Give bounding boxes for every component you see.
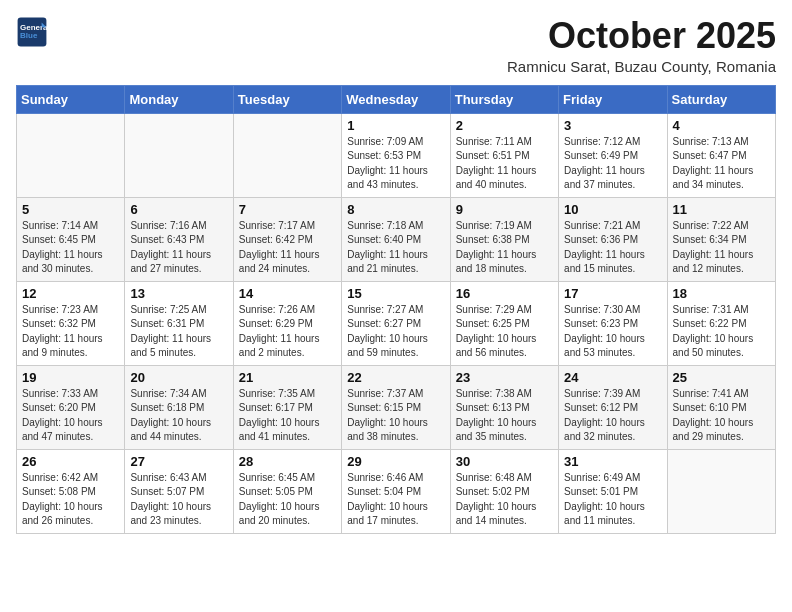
day-info: Sunrise: 7:37 AM Sunset: 6:15 PM Dayligh… xyxy=(347,387,444,445)
weekday-header-sunday: Sunday xyxy=(17,85,125,113)
day-info: Sunrise: 7:39 AM Sunset: 6:12 PM Dayligh… xyxy=(564,387,661,445)
day-number: 9 xyxy=(456,202,553,217)
day-info: Sunrise: 6:48 AM Sunset: 5:02 PM Dayligh… xyxy=(456,471,553,529)
calendar-table: SundayMondayTuesdayWednesdayThursdayFrid… xyxy=(16,85,776,534)
day-number: 6 xyxy=(130,202,227,217)
weekday-header-wednesday: Wednesday xyxy=(342,85,450,113)
weekday-header-monday: Monday xyxy=(125,85,233,113)
day-number: 28 xyxy=(239,454,336,469)
calendar-cell: 4Sunrise: 7:13 AM Sunset: 6:47 PM Daylig… xyxy=(667,113,775,197)
day-number: 29 xyxy=(347,454,444,469)
location-title: Ramnicu Sarat, Buzau County, Romania xyxy=(507,58,776,75)
day-number: 31 xyxy=(564,454,661,469)
day-info: Sunrise: 6:46 AM Sunset: 5:04 PM Dayligh… xyxy=(347,471,444,529)
day-number: 1 xyxy=(347,118,444,133)
day-info: Sunrise: 7:25 AM Sunset: 6:31 PM Dayligh… xyxy=(130,303,227,361)
calendar-cell: 1Sunrise: 7:09 AM Sunset: 6:53 PM Daylig… xyxy=(342,113,450,197)
day-info: Sunrise: 7:22 AM Sunset: 6:34 PM Dayligh… xyxy=(673,219,770,277)
weekday-header-friday: Friday xyxy=(559,85,667,113)
calendar-cell: 22Sunrise: 7:37 AM Sunset: 6:15 PM Dayli… xyxy=(342,365,450,449)
day-info: Sunrise: 7:23 AM Sunset: 6:32 PM Dayligh… xyxy=(22,303,119,361)
day-info: Sunrise: 7:17 AM Sunset: 6:42 PM Dayligh… xyxy=(239,219,336,277)
week-row-0: 1Sunrise: 7:09 AM Sunset: 6:53 PM Daylig… xyxy=(17,113,776,197)
day-number: 2 xyxy=(456,118,553,133)
day-info: Sunrise: 7:35 AM Sunset: 6:17 PM Dayligh… xyxy=(239,387,336,445)
day-info: Sunrise: 7:14 AM Sunset: 6:45 PM Dayligh… xyxy=(22,219,119,277)
day-info: Sunrise: 7:27 AM Sunset: 6:27 PM Dayligh… xyxy=(347,303,444,361)
day-info: Sunrise: 7:09 AM Sunset: 6:53 PM Dayligh… xyxy=(347,135,444,193)
calendar-cell: 7Sunrise: 7:17 AM Sunset: 6:42 PM Daylig… xyxy=(233,197,341,281)
day-number: 30 xyxy=(456,454,553,469)
day-number: 25 xyxy=(673,370,770,385)
calendar-cell: 20Sunrise: 7:34 AM Sunset: 6:18 PM Dayli… xyxy=(125,365,233,449)
day-number: 22 xyxy=(347,370,444,385)
calendar-cell: 10Sunrise: 7:21 AM Sunset: 6:36 PM Dayli… xyxy=(559,197,667,281)
calendar-cell xyxy=(125,113,233,197)
day-number: 19 xyxy=(22,370,119,385)
week-row-4: 26Sunrise: 6:42 AM Sunset: 5:08 PM Dayli… xyxy=(17,449,776,533)
month-title: October 2025 xyxy=(507,16,776,56)
calendar-cell: 14Sunrise: 7:26 AM Sunset: 6:29 PM Dayli… xyxy=(233,281,341,365)
calendar-cell: 13Sunrise: 7:25 AM Sunset: 6:31 PM Dayli… xyxy=(125,281,233,365)
day-info: Sunrise: 7:11 AM Sunset: 6:51 PM Dayligh… xyxy=(456,135,553,193)
day-info: Sunrise: 7:13 AM Sunset: 6:47 PM Dayligh… xyxy=(673,135,770,193)
day-number: 10 xyxy=(564,202,661,217)
title-area: October 2025 Ramnicu Sarat, Buzau County… xyxy=(507,16,776,75)
day-number: 16 xyxy=(456,286,553,301)
day-info: Sunrise: 7:38 AM Sunset: 6:13 PM Dayligh… xyxy=(456,387,553,445)
day-number: 24 xyxy=(564,370,661,385)
calendar-cell: 17Sunrise: 7:30 AM Sunset: 6:23 PM Dayli… xyxy=(559,281,667,365)
weekday-header-row: SundayMondayTuesdayWednesdayThursdayFrid… xyxy=(17,85,776,113)
weekday-header-thursday: Thursday xyxy=(450,85,558,113)
calendar-cell: 11Sunrise: 7:22 AM Sunset: 6:34 PM Dayli… xyxy=(667,197,775,281)
calendar-cell: 2Sunrise: 7:11 AM Sunset: 6:51 PM Daylig… xyxy=(450,113,558,197)
day-info: Sunrise: 7:19 AM Sunset: 6:38 PM Dayligh… xyxy=(456,219,553,277)
day-info: Sunrise: 7:26 AM Sunset: 6:29 PM Dayligh… xyxy=(239,303,336,361)
calendar-cell: 15Sunrise: 7:27 AM Sunset: 6:27 PM Dayli… xyxy=(342,281,450,365)
day-info: Sunrise: 6:45 AM Sunset: 5:05 PM Dayligh… xyxy=(239,471,336,529)
week-row-3: 19Sunrise: 7:33 AM Sunset: 6:20 PM Dayli… xyxy=(17,365,776,449)
week-row-1: 5Sunrise: 7:14 AM Sunset: 6:45 PM Daylig… xyxy=(17,197,776,281)
calendar-cell: 6Sunrise: 7:16 AM Sunset: 6:43 PM Daylig… xyxy=(125,197,233,281)
calendar-cell: 9Sunrise: 7:19 AM Sunset: 6:38 PM Daylig… xyxy=(450,197,558,281)
day-number: 15 xyxy=(347,286,444,301)
calendar-cell: 12Sunrise: 7:23 AM Sunset: 6:32 PM Dayli… xyxy=(17,281,125,365)
logo-icon: General Blue xyxy=(16,16,48,48)
day-number: 26 xyxy=(22,454,119,469)
day-number: 17 xyxy=(564,286,661,301)
calendar-cell: 25Sunrise: 7:41 AM Sunset: 6:10 PM Dayli… xyxy=(667,365,775,449)
day-info: Sunrise: 6:49 AM Sunset: 5:01 PM Dayligh… xyxy=(564,471,661,529)
day-info: Sunrise: 7:18 AM Sunset: 6:40 PM Dayligh… xyxy=(347,219,444,277)
calendar-cell xyxy=(233,113,341,197)
day-info: Sunrise: 7:30 AM Sunset: 6:23 PM Dayligh… xyxy=(564,303,661,361)
calendar-cell: 18Sunrise: 7:31 AM Sunset: 6:22 PM Dayli… xyxy=(667,281,775,365)
day-info: Sunrise: 7:33 AM Sunset: 6:20 PM Dayligh… xyxy=(22,387,119,445)
day-number: 14 xyxy=(239,286,336,301)
logo: General Blue xyxy=(16,16,48,48)
day-number: 27 xyxy=(130,454,227,469)
calendar-cell: 19Sunrise: 7:33 AM Sunset: 6:20 PM Dayli… xyxy=(17,365,125,449)
calendar-cell: 5Sunrise: 7:14 AM Sunset: 6:45 PM Daylig… xyxy=(17,197,125,281)
calendar-cell: 28Sunrise: 6:45 AM Sunset: 5:05 PM Dayli… xyxy=(233,449,341,533)
weekday-header-saturday: Saturday xyxy=(667,85,775,113)
day-number: 12 xyxy=(22,286,119,301)
calendar-cell: 29Sunrise: 6:46 AM Sunset: 5:04 PM Dayli… xyxy=(342,449,450,533)
calendar-cell xyxy=(667,449,775,533)
day-info: Sunrise: 7:31 AM Sunset: 6:22 PM Dayligh… xyxy=(673,303,770,361)
day-number: 4 xyxy=(673,118,770,133)
day-number: 13 xyxy=(130,286,227,301)
day-info: Sunrise: 7:12 AM Sunset: 6:49 PM Dayligh… xyxy=(564,135,661,193)
day-number: 18 xyxy=(673,286,770,301)
day-info: Sunrise: 6:43 AM Sunset: 5:07 PM Dayligh… xyxy=(130,471,227,529)
day-info: Sunrise: 7:41 AM Sunset: 6:10 PM Dayligh… xyxy=(673,387,770,445)
calendar-cell: 31Sunrise: 6:49 AM Sunset: 5:01 PM Dayli… xyxy=(559,449,667,533)
day-number: 5 xyxy=(22,202,119,217)
page-header: General Blue October 2025 Ramnicu Sarat,… xyxy=(16,16,776,75)
day-number: 3 xyxy=(564,118,661,133)
calendar-cell: 16Sunrise: 7:29 AM Sunset: 6:25 PM Dayli… xyxy=(450,281,558,365)
day-number: 23 xyxy=(456,370,553,385)
calendar-cell: 27Sunrise: 6:43 AM Sunset: 5:07 PM Dayli… xyxy=(125,449,233,533)
day-info: Sunrise: 7:16 AM Sunset: 6:43 PM Dayligh… xyxy=(130,219,227,277)
day-number: 21 xyxy=(239,370,336,385)
day-info: Sunrise: 7:21 AM Sunset: 6:36 PM Dayligh… xyxy=(564,219,661,277)
